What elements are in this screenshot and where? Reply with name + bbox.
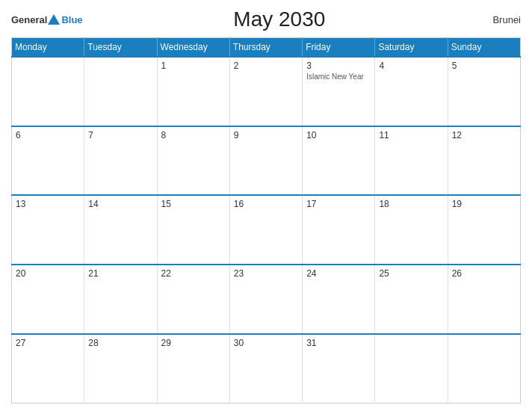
day-number: 12 — [452, 130, 516, 140]
calendar-cell: 18 — [375, 195, 448, 265]
calendar-cell — [448, 334, 520, 404]
day-number: 15 — [161, 199, 226, 209]
day-number: 7 — [88, 130, 152, 140]
weekday-header-sunday: Sunday — [448, 38, 520, 58]
calendar-cell: 27 — [12, 334, 84, 404]
weekday-header-tuesday: Tuesday — [84, 38, 157, 58]
calendar-week-row: 6789101112 — [12, 126, 521, 196]
day-number: 28 — [88, 338, 152, 348]
day-number: 1 — [161, 61, 226, 71]
calendar-cell: 17 — [303, 195, 375, 265]
calendar-cell: 2 — [229, 57, 302, 126]
logo-triangle-icon — [48, 14, 60, 25]
day-number: 2 — [234, 61, 298, 71]
calendar-cell: 25 — [375, 265, 448, 334]
calendar-week-row: 13141516171819 — [12, 195, 521, 265]
country-label: Brunei — [476, 14, 521, 25]
calendar-week-row: 2728293031 — [12, 334, 521, 404]
day-number: 31 — [306, 338, 371, 348]
day-number: 9 — [234, 130, 298, 140]
day-number: 16 — [234, 199, 298, 209]
calendar-cell: 12 — [448, 126, 520, 196]
calendar-cell: 21 — [84, 265, 157, 334]
day-number: 5 — [452, 61, 516, 71]
calendar-table: MondayTuesdayWednesdayThursdayFridaySatu… — [11, 37, 521, 404]
calendar-cell: 16 — [229, 195, 302, 265]
day-number: 29 — [161, 338, 226, 348]
calendar-cell: 14 — [84, 195, 157, 265]
calendar-cell: 5 — [448, 57, 520, 126]
calendar-cell — [12, 57, 84, 126]
day-number: 6 — [16, 130, 80, 140]
weekday-header-wednesday: Wednesday — [157, 38, 229, 58]
day-number: 8 — [161, 130, 226, 140]
weekday-header-friday: Friday — [303, 38, 375, 58]
day-number: 3 — [306, 61, 371, 71]
calendar-cell: 30 — [229, 334, 302, 404]
calendar-cell: 1 — [157, 57, 229, 126]
calendar-cell: 3Islamic New Year — [303, 57, 375, 126]
day-number: 13 — [16, 199, 80, 209]
day-number: 11 — [379, 130, 443, 140]
day-number: 25 — [379, 268, 443, 279]
calendar-cell: 20 — [12, 265, 84, 334]
calendar-cell: 29 — [157, 334, 229, 404]
logo-general-text: General — [11, 14, 47, 25]
weekday-header-saturday: Saturday — [375, 38, 448, 58]
calendar-cell: 4 — [375, 57, 448, 126]
day-number: 24 — [306, 268, 371, 279]
day-number: 10 — [306, 130, 371, 140]
calendar-cell: 31 — [303, 334, 375, 404]
calendar-week-row: 20212223242526 — [12, 265, 521, 334]
calendar-cell: 24 — [303, 265, 375, 334]
weekday-header-row: MondayTuesdayWednesdayThursdayFridaySatu… — [12, 38, 521, 58]
logo-blue-text: Blue — [61, 14, 82, 25]
day-number: 30 — [234, 338, 298, 348]
weekday-header-monday: Monday — [12, 38, 84, 58]
day-number: 23 — [234, 268, 298, 279]
calendar-cell: 26 — [448, 265, 520, 334]
calendar-cell: 19 — [448, 195, 520, 265]
logo: General Blue — [11, 14, 83, 25]
calendar-cell: 6 — [12, 126, 84, 196]
calendar-cell: 9 — [229, 126, 302, 196]
day-number: 4 — [379, 61, 443, 71]
day-number: 18 — [379, 199, 443, 209]
day-number: 26 — [452, 268, 516, 279]
day-number: 27 — [16, 338, 80, 348]
event-label: Islamic New Year — [306, 72, 371, 81]
calendar-cell: 11 — [375, 126, 448, 196]
day-number: 17 — [306, 199, 371, 209]
calendar-cell: 13 — [12, 195, 84, 265]
day-number: 14 — [88, 199, 152, 209]
calendar-cell: 15 — [157, 195, 229, 265]
header: General Blue May 2030 Brunei — [11, 7, 521, 31]
month-title: May 2030 — [83, 7, 476, 31]
calendar-cell — [375, 334, 448, 404]
calendar-cell — [84, 57, 157, 126]
day-number: 21 — [88, 268, 152, 279]
calendar-page: General Blue May 2030 Brunei MondayTuesd… — [0, 0, 532, 411]
calendar-cell: 23 — [229, 265, 302, 334]
day-number: 22 — [161, 268, 226, 279]
calendar-cell: 22 — [157, 265, 229, 334]
calendar-week-row: 123Islamic New Year45 — [12, 57, 521, 126]
calendar-cell: 28 — [84, 334, 157, 404]
calendar-cell: 10 — [303, 126, 375, 196]
calendar-cell: 7 — [84, 126, 157, 196]
calendar-cell: 8 — [157, 126, 229, 196]
day-number: 20 — [16, 268, 80, 279]
weekday-header-thursday: Thursday — [229, 38, 302, 58]
day-number: 19 — [452, 199, 516, 209]
